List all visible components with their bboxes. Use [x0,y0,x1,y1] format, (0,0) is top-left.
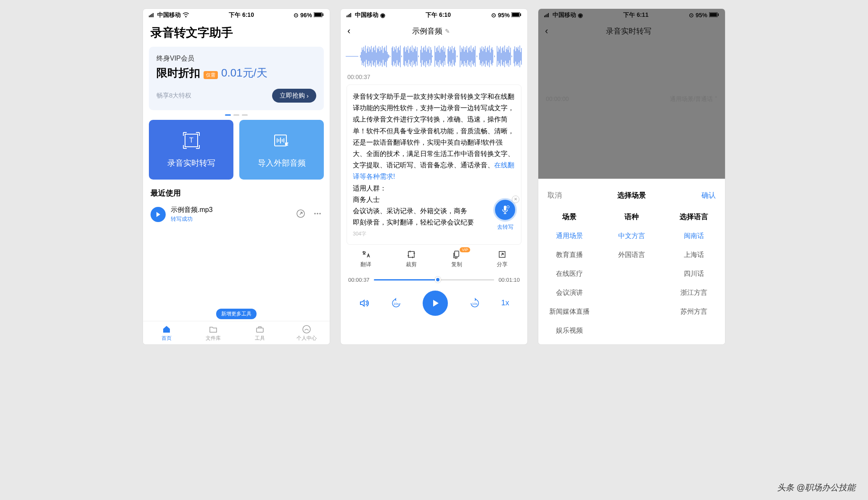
back-button[interactable]: ‹ [347,26,350,37]
recent-file-name: 示例音频.mp3 [171,206,291,214]
signal-icon [347,12,353,19]
svg-rect-0 [149,16,150,17]
dialect-option[interactable]: 四川话 [663,265,725,283]
svg-text:10s: 10s [472,302,477,306]
col-lang-type: 语种 中文方言 外国语言 [601,207,663,340]
toolbox-icon [236,325,283,334]
svg-rect-6 [323,13,323,16]
back-button[interactable]: ‹ [545,26,548,37]
recent-status: 转写成功 [171,215,291,223]
status-bar: 中国移动◉ 下午 6:11 ⊙95% [538,9,725,21]
action-copy[interactable]: VIP复制 [434,250,479,268]
confirm-button[interactable]: 确认 [701,190,716,200]
page-title: 录音转文字助手 [143,21,330,47]
svg-point-11 [314,213,316,214]
progress-bar[interactable]: 00:00:37 00:01:10 [341,273,527,286]
lang-option[interactable]: 中文方言 [601,227,663,246]
recent-item[interactable]: 示例音频.mp3 转写成功 [143,201,330,227]
scene-option[interactable]: 通用场景 [538,227,601,246]
cancel-button[interactable]: 取消 [548,190,562,200]
scene-option[interactable]: 娱乐视频 [538,321,601,340]
promo-badge: 仅需 [204,71,218,79]
dialect-option[interactable]: 闽南话 [663,227,725,246]
scene-picker-sheet: 取消 选择场景 确认 场景 通用场景 教育直播 在线医疗 会议演讲 新闻媒体直播… [538,184,725,344]
page-title: 录音实时转写 [606,26,651,36]
scene-option[interactable]: 教育直播 [538,246,601,265]
dialect-option[interactable]: 苏州方言 [663,302,725,321]
svg-rect-21 [512,13,519,17]
speed-button[interactable]: 1x [501,299,509,307]
recent-header: 最近使用 [143,180,330,201]
profile-icon [283,325,330,334]
tab-tools[interactable]: 工具 [236,325,283,342]
action-share[interactable]: 分享 [479,250,525,268]
svg-rect-3 [153,13,153,17]
translate-icon [343,250,389,259]
action-crop[interactable]: 裁剪 [389,250,434,268]
promo-price: 0.01元/天 [221,66,267,80]
signal-icon [544,12,551,19]
promo-card[interactable]: 终身VIP会员 限时折扣 仅需 0.01元/天 畅享8大特权 立即抢购› [149,47,324,110]
svg-rect-16 [347,16,347,17]
transcription-text[interactable]: 录音转文字助手是一款支持实时录音转换文字和在线翻译功能的实用性软件，支持一边录音… [347,85,521,245]
scene-option[interactable]: 会议演讲 [538,283,601,302]
promo-discount-label: 限时折扣 [156,66,200,80]
svg-rect-5 [314,13,321,17]
more-icon[interactable] [313,209,322,220]
sheet-title: 选择场景 [617,190,646,200]
dot-2[interactable] [233,114,239,116]
svg-rect-195 [504,206,506,211]
import-audio-icon [243,131,320,150]
svg-point-196 [507,206,509,208]
play-icon[interactable] [151,207,166,222]
status-bar: 中国移动 下午 6:10 ⊙ 96% [143,9,330,21]
svg-rect-2 [151,14,152,17]
rewind-10s-button[interactable]: 10s [389,298,403,309]
card-realtime-transcribe[interactable]: T 录音实时转写 [149,120,233,180]
battery-icon [511,12,521,19]
vip-badge: VIP [460,247,470,252]
wifi-icon: ◉ [380,12,385,19]
svg-rect-22 [520,13,521,16]
col-scene: 场景 通用场景 教育直播 在线医疗 会议演讲 新闻媒体直播 娱乐视频 [538,207,601,340]
scene-option[interactable]: 在线医疗 [538,265,601,283]
svg-rect-197 [408,251,414,257]
crop-icon [389,250,434,259]
dot-1[interactable] [225,114,231,116]
wifi-icon [183,12,189,19]
carousel-dots [143,114,330,116]
svg-rect-14 [257,328,263,332]
alarm-icon: ⊙ [294,12,299,19]
promo-buy-button[interactable]: 立即抢购› [272,89,316,103]
promo-subtitle: 终身VIP会员 [156,54,316,63]
tab-files[interactable]: 文件库 [190,325,236,342]
share-icon[interactable] [296,209,305,220]
tab-home[interactable]: 首页 [143,325,190,342]
new-tools-banner[interactable]: 新增更多工具 [216,309,257,319]
waveform-display[interactable] [341,41,527,72]
svg-text:T: T [189,137,193,144]
svg-rect-208 [718,13,719,16]
dialect-option[interactable]: 浙江方言 [663,283,725,302]
card-import-audio[interactable]: 导入外部音频 [239,120,324,180]
col-dialect: 选择语言 闽南话 上海话 四川话 浙江方言 苏州方言 [663,207,725,340]
action-translate[interactable]: 翻译 [343,250,389,268]
edit-icon[interactable]: ✎ [445,28,450,34]
volume-button[interactable] [359,298,370,309]
dialect-option[interactable]: 上海话 [663,246,725,265]
svg-rect-19 [350,13,351,17]
card-label: 导入外部音频 [243,158,320,169]
scene-selector-label[interactable]: 通用场景/普通话 ˄ [670,95,717,103]
play-button[interactable] [423,291,448,316]
progress-thumb[interactable] [435,277,441,283]
svg-rect-206 [709,12,717,17]
tab-profile[interactable]: 个人中心 [283,325,330,342]
action-toolbar: 翻译 裁剪 VIP复制 分享 [341,245,527,273]
dot-3[interactable] [242,114,248,116]
chevron-right-icon: › [307,92,309,99]
player-controls: 10s 10s 1x [341,286,527,320]
fab-close-button[interactable]: ✕ [512,196,519,203]
scene-option[interactable]: 新闻媒体直播 [538,302,601,321]
forward-10s-button[interactable]: 10s [468,298,482,309]
lang-option[interactable]: 外国语言 [601,246,663,265]
